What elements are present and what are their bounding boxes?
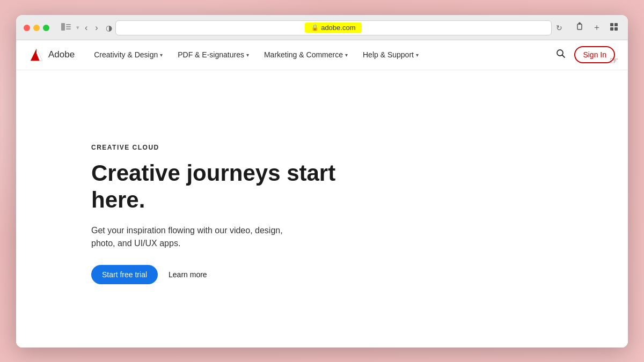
search-button[interactable] <box>554 47 568 63</box>
browser-actions: ＋ <box>573 21 620 35</box>
browser-chrome: ▾ ‹ › ◑ 🔒 adobe.com ↻ <box>16 15 628 40</box>
new-tab-button[interactable]: ＋ <box>590 21 603 34</box>
nav-item-pdf[interactable]: PDF & E-signatures ▾ <box>171 46 255 63</box>
website-content: Adobe Creativity & Design ▾ PDF & E-sign… <box>16 40 628 348</box>
svg-rect-1 <box>66 24 71 25</box>
close-button[interactable] <box>24 25 30 31</box>
cta-buttons: Start free trial Learn more <box>91 265 606 284</box>
grid-button[interactable] <box>608 21 620 34</box>
cursor-icon: ☞ <box>610 55 618 67</box>
start-trial-button[interactable]: Start free trial <box>91 265 158 284</box>
nav-pdf-chevron: ▾ <box>246 52 249 58</box>
traffic-lights <box>24 25 49 31</box>
maximize-button[interactable] <box>43 25 49 31</box>
svg-rect-8 <box>614 27 618 31</box>
nav-help-chevron: ▾ <box>416 52 419 58</box>
address-bar-container: ◑ 🔒 adobe.com ↻ <box>106 20 564 35</box>
browser-top-bar: ▾ ‹ › ◑ 🔒 adobe.com ↻ <box>24 20 620 35</box>
lock-icon: 🔒 <box>311 24 319 31</box>
adobe-logo[interactable]: Adobe <box>29 47 75 62</box>
svg-rect-7 <box>610 27 613 31</box>
nav-item-creativity[interactable]: Creativity & Design ▾ <box>87 46 169 63</box>
nav-right: Sign In ☞ <box>554 46 615 63</box>
nav-items: Creativity & Design ▾ PDF & E-signatures… <box>87 46 554 63</box>
nav-pdf-label: PDF & E-signatures <box>178 50 244 59</box>
adobe-logo-label: Adobe <box>48 49 75 60</box>
share-button[interactable] <box>573 21 586 35</box>
address-bar[interactable]: 🔒 adobe.com <box>115 20 552 35</box>
main-content: CREATIVE CLOUD Creative journeys start h… <box>16 70 628 348</box>
svg-rect-0 <box>61 23 65 31</box>
back-button[interactable]: ‹ <box>83 23 90 33</box>
browser-window: ▾ ‹ › ◑ 🔒 adobe.com ↻ <box>16 15 628 348</box>
svg-rect-6 <box>614 23 618 26</box>
learn-more-button[interactable]: Learn more <box>169 270 207 279</box>
sign-in-label: Sign In <box>583 50 606 59</box>
sign-in-button[interactable]: Sign In ☞ <box>574 46 615 63</box>
sidebar-toggle-button[interactable] <box>59 22 73 33</box>
hero-description: Get your inspiration flowing with our vi… <box>91 224 306 250</box>
nav-item-help[interactable]: Help & Support ▾ <box>356 46 425 63</box>
browser-controls: ▾ ‹ › <box>59 22 100 33</box>
hero-title: Creative journeys start here. <box>91 160 349 214</box>
nav-creativity-chevron: ▾ <box>160 52 163 58</box>
svg-rect-4 <box>577 24 582 29</box>
reload-button[interactable]: ↻ <box>555 23 564 33</box>
svg-rect-3 <box>66 28 71 29</box>
svg-rect-5 <box>610 23 613 26</box>
nav-help-label: Help & Support <box>363 50 414 59</box>
nav-creativity-label: Creativity & Design <box>94 50 158 59</box>
section-label: CREATIVE CLOUD <box>91 144 606 151</box>
minimize-button[interactable] <box>33 25 40 31</box>
svg-rect-2 <box>66 26 71 27</box>
adobe-nav: Adobe Creativity & Design ▾ PDF & E-sign… <box>16 40 628 70</box>
nav-item-marketing[interactable]: Marketing & Commerce ▾ <box>258 46 354 63</box>
forward-button[interactable]: › <box>93 23 100 33</box>
nav-marketing-chevron: ▾ <box>345 52 348 58</box>
privacy-icon: ◑ <box>106 24 112 32</box>
url-text: adobe.com <box>321 24 355 32</box>
url-highlight: 🔒 adobe.com <box>305 23 362 33</box>
nav-marketing-label: Marketing & Commerce <box>264 50 343 59</box>
svg-line-12 <box>562 55 565 57</box>
